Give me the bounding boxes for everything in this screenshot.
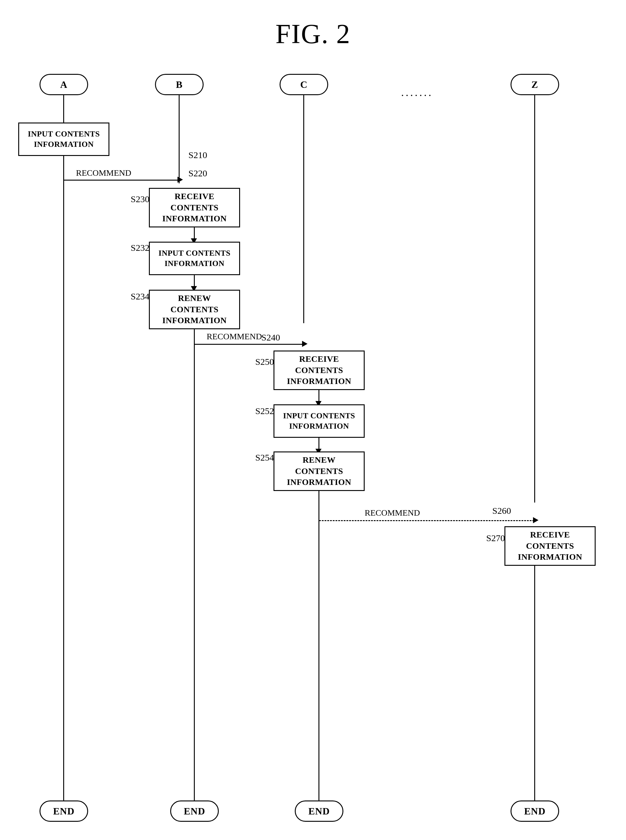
box-receive-B1: RECEIVECONTENTSINFORMATION <box>149 188 240 227</box>
page-title: FIG. 2 <box>0 0 626 68</box>
pill-Z-start: Z <box>510 74 559 95</box>
recommend-label-3: RECOMMEND <box>365 508 420 518</box>
pill-B-start: B <box>155 74 203 95</box>
recommend-label-2: RECOMMEND <box>207 332 262 342</box>
arrowhead-recommend-1 <box>177 177 183 183</box>
vline-B-top <box>179 95 180 183</box>
arrow-C-2 <box>318 438 319 450</box>
label-s252: S252 <box>255 406 274 416</box>
pill-Z-end: END <box>510 801 559 822</box>
vline-B-mid <box>194 329 195 801</box>
pill-C-end: END <box>295 801 343 822</box>
label-s240: S240 <box>261 332 280 343</box>
arrow-recommend-3 <box>319 520 534 521</box>
vline-A-mid <box>63 156 64 801</box>
arrow-C-1 <box>318 390 319 402</box>
recommend-label-1: RECOMMEND <box>76 168 131 178</box>
label-s220: S220 <box>188 168 207 179</box>
label-s254: S254 <box>255 452 274 463</box>
arrow-recommend-1 <box>64 180 179 180</box>
diagram: A INPUT CONTENTSINFORMATION END B S210 S… <box>0 68 626 840</box>
box-renew-C1: RENEWCONTENTSINFORMATION <box>274 451 365 491</box>
box-renew-B1: RENEWCONTENTSINFORMATION <box>149 290 240 329</box>
pill-A-end: END <box>39 801 88 822</box>
label-s250: S250 <box>255 357 274 367</box>
vline-C-top <box>303 95 304 323</box>
arrow-B-1 <box>194 227 195 240</box>
arrowhead-recommend-2 <box>302 341 308 347</box>
vline-Z-top <box>534 95 535 503</box>
label-s210: S210 <box>188 150 207 160</box>
vline-Z-mid <box>534 566 535 801</box>
pill-C-start: C <box>280 74 328 95</box>
vline-C-mid <box>318 491 319 801</box>
label-s270: S270 <box>486 533 505 543</box>
arrow-recommend-2 <box>194 344 303 345</box>
box-receive-C1: RECEIVECONTENTSINFORMATION <box>274 351 365 390</box>
pill-B-end: END <box>170 801 219 822</box>
box-input-B1: INPUT CONTENTSINFORMATION <box>149 242 240 275</box>
box-input-A: INPUT CONTENTSINFORMATION <box>18 122 110 156</box>
arrowhead-recommend-3 <box>533 517 538 523</box>
label-s232: S232 <box>131 243 150 253</box>
label-s230: S230 <box>131 194 150 204</box>
label-s260: S260 <box>492 506 511 516</box>
arrow-B-2 <box>194 275 195 287</box>
label-s234: S234 <box>131 291 150 302</box>
vline-A-top <box>63 95 64 122</box>
dots-separator: ....... <box>401 86 433 99</box>
box-receive-Z1: RECEIVECONTENTSINFORMATION <box>504 526 596 566</box>
pill-A-start: A <box>39 74 88 95</box>
box-input-C1: INPUT CONTENTSINFORMATION <box>274 404 365 438</box>
